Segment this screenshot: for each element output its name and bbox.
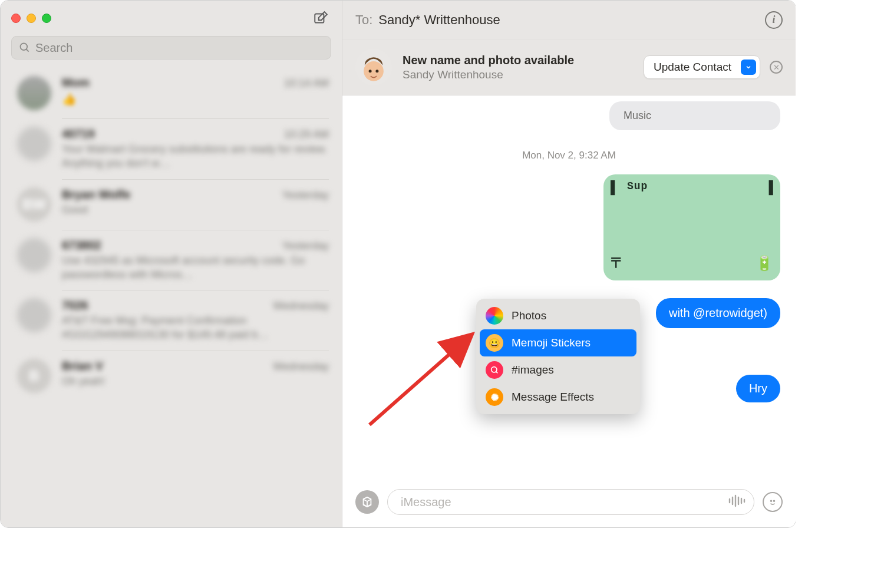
svg-line-6 xyxy=(370,336,470,425)
titlebar xyxy=(1,1,342,36)
avatar xyxy=(17,127,51,161)
avatar xyxy=(17,76,51,110)
message-input[interactable]: iMessage xyxy=(387,489,754,515)
emoji-picker-button[interactable] xyxy=(763,492,783,512)
compose-button[interactable] xyxy=(310,9,331,27)
update-contact-button[interactable]: Update Contact xyxy=(644,55,760,79)
conversation-time: 10:14 AM xyxy=(284,77,329,90)
menu-item-label: Memoji Stickers xyxy=(512,336,591,349)
music-label: Music xyxy=(624,110,651,121)
avatar: B xyxy=(17,359,51,393)
menu-item-label: Photos xyxy=(512,309,546,322)
message-text: Hry xyxy=(749,382,767,395)
conversation-time: Yesterday xyxy=(282,189,329,201)
compose-icon xyxy=(313,11,328,26)
conversation-name: Bryan Wolfe xyxy=(62,188,130,201)
contact-update-banner: New name and photo available Sandy Writt… xyxy=(342,39,796,95)
conversation-item[interactable]: 673802 Yesterday Use 432945 as Microsoft… xyxy=(1,230,342,290)
svg-point-13 xyxy=(771,500,772,501)
conversation-name: 7026 xyxy=(62,299,88,312)
svg-point-14 xyxy=(774,500,775,501)
conversation-pane: To: Sandy* Writtenhouse i New name and p… xyxy=(342,1,796,527)
apps-menu-popover: Photos 😀 Memoji Stickers #images ✺ Messa… xyxy=(476,299,640,414)
recipient-bar: To: Sandy* Writtenhouse i xyxy=(342,1,796,39)
sent-message-bubble[interactable]: Hry xyxy=(736,375,780,402)
apps-menu-item-memoji[interactable]: 😀 Memoji Stickers xyxy=(480,329,636,356)
svg-point-3 xyxy=(369,70,372,72)
conversation-time: Wednesday xyxy=(273,361,329,373)
conversation-time: 10:29 AM xyxy=(284,128,329,141)
conversation-time: Wednesday xyxy=(273,300,329,312)
sidebar: Search Mom 10:14 AM 👍 40719 xyxy=(1,1,342,527)
search-placeholder: Search xyxy=(35,41,72,55)
to-label: To: xyxy=(355,12,372,28)
effects-icon: ✺ xyxy=(486,388,503,406)
message-placeholder: iMessage xyxy=(401,495,451,509)
smiley-icon xyxy=(767,496,779,508)
conversation-item[interactable]: 7026 Wednesday AT&T Free Msg: Payment Co… xyxy=(1,290,342,351)
banner-subtitle: Sandy Writtenhouse xyxy=(403,68,574,81)
message-text: with @retrowidget) xyxy=(669,306,767,319)
apps-menu-item-effects[interactable]: ✺ Message Effects xyxy=(480,384,636,411)
conversation-name: 673802 xyxy=(62,239,101,252)
minimize-window-button[interactable] xyxy=(27,14,36,23)
apps-button[interactable] xyxy=(355,490,379,514)
audio-message-button[interactable] xyxy=(728,494,748,510)
menu-item-label: Message Effects xyxy=(512,391,594,404)
conversation-item[interactable]: Mom 10:14 AM 👍 xyxy=(1,68,342,118)
apps-menu-item-images[interactable]: #images xyxy=(480,356,636,384)
apps-menu-item-photos[interactable]: Photos xyxy=(480,302,636,329)
photos-icon xyxy=(486,307,503,325)
appstore-icon xyxy=(361,495,374,508)
memoji-icon: 😀 xyxy=(486,334,503,352)
conversation-preview: Your Walmart Grocery substitutions are r… xyxy=(62,142,329,171)
conversation-preview: Use 432945 as Microsoft account security… xyxy=(62,253,329,282)
conversation-preview: 👍 xyxy=(62,92,329,106)
retro-message-text: Sup xyxy=(627,180,648,192)
conversation-name: Mom xyxy=(62,76,90,90)
conversation-item[interactable]: BW Bryan Wolfe Yesterday Good xyxy=(1,179,342,230)
conversation-item[interactable]: 40719 10:29 AM Your Walmart Grocery subs… xyxy=(1,118,342,179)
music-attachment-bubble[interactable]: Music xyxy=(609,101,780,130)
images-icon xyxy=(486,361,503,379)
avatar xyxy=(17,298,51,332)
update-contact-label: Update Contact xyxy=(644,56,741,78)
retrowidget-message[interactable]: ▌▐ Sup 〒🔋 xyxy=(603,174,780,280)
details-button[interactable]: i xyxy=(765,11,783,29)
message-thread: Music Mon, Nov 2, 9:32 AM ▌▐ Sup 〒🔋 with… xyxy=(342,95,796,485)
banner-title: New name and photo available xyxy=(403,54,574,67)
conversation-item[interactable]: B Brian V Wednesday Oh yeah! xyxy=(1,351,342,401)
composer-bar: iMessage xyxy=(342,485,796,527)
svg-point-1 xyxy=(21,44,28,51)
svg-point-4 xyxy=(375,70,378,72)
conversation-time: Yesterday xyxy=(282,240,329,252)
chevron-down-icon xyxy=(741,60,756,75)
search-icon xyxy=(19,42,31,54)
fullscreen-window-button[interactable] xyxy=(42,14,51,23)
window-controls xyxy=(11,14,51,23)
recipient-name: Sandy* Writtenhouse xyxy=(378,12,500,28)
waveform-icon xyxy=(728,494,748,507)
dismiss-banner-button[interactable]: ✕ xyxy=(770,61,783,74)
contact-avatar xyxy=(355,49,392,85)
close-window-button[interactable] xyxy=(11,14,21,23)
avatar xyxy=(17,238,51,272)
messages-window: Search Mom 10:14 AM 👍 40719 xyxy=(0,0,796,528)
memoji-icon xyxy=(358,51,390,83)
avatar: BW xyxy=(17,187,51,222)
svg-point-5 xyxy=(492,367,497,372)
conversation-preview: Oh yeah! xyxy=(62,374,329,388)
date-separator: Mon, Nov 2, 9:32 AM xyxy=(342,150,796,161)
conversation-name: Brian V xyxy=(62,359,103,373)
search-input[interactable]: Search xyxy=(11,36,331,60)
conversation-preview: AT&T Free Msg: Payment Confirmation #GGG… xyxy=(62,313,329,342)
sent-message-bubble[interactable]: with @retrowidget) xyxy=(656,298,780,328)
conversation-name: 40719 xyxy=(62,127,95,141)
menu-item-label: #images xyxy=(512,364,554,376)
annotation-arrow xyxy=(364,313,481,431)
conversation-list: Mom 10:14 AM 👍 40719 10:29 AM Your Walma… xyxy=(1,68,342,527)
conversation-preview: Good xyxy=(62,203,329,217)
